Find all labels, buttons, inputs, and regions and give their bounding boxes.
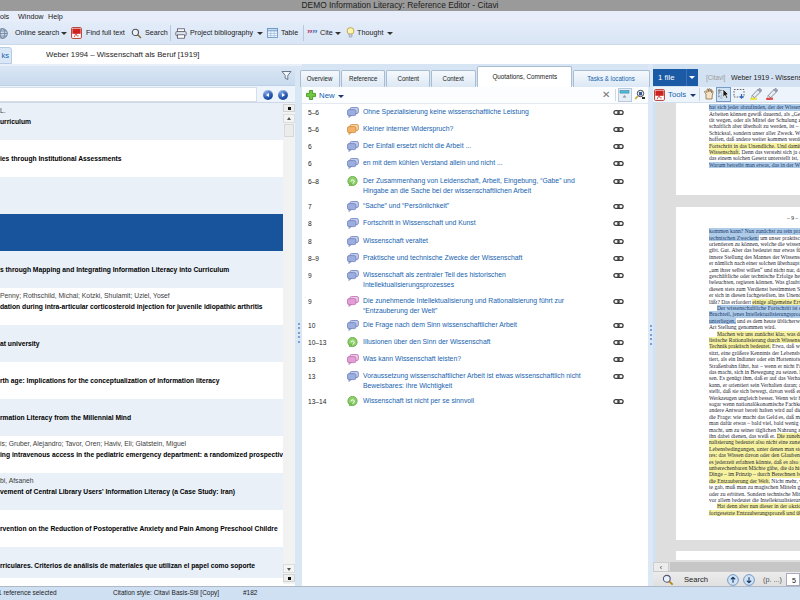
svg-text:”: ” xyxy=(312,28,318,38)
